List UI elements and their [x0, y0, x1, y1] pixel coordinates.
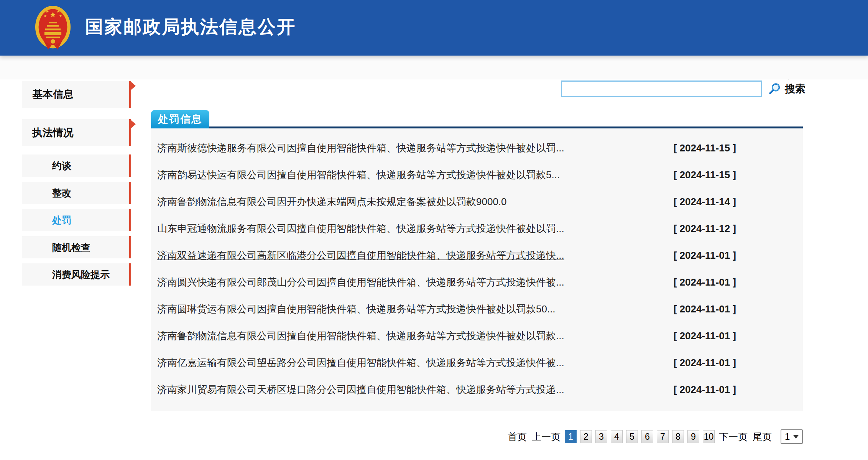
page-button[interactable]: 10 [703, 430, 715, 443]
page-jump-value: 1 [785, 431, 790, 442]
list-item: 济南家川贸易有限公司天桥区堤口路分公司因擅自使用智能快件箱、快递服务站等方式投递… [151, 376, 803, 403]
list-item-title-link[interactable]: 济南家川贸易有限公司天桥区堤口路分公司因擅自使用智能快件箱、快递服务站等方式投递… [157, 383, 564, 396]
page-button[interactable]: 3 [595, 430, 607, 443]
arrow-right-icon [130, 81, 136, 90]
list-item: 济南斯彼德快递服务有限公司因擅自使用智能快件箱、快递服务站等方式投递快件被处以罚… [151, 135, 803, 161]
sidebar-item[interactable]: 基本信息 [22, 81, 131, 108]
tab-bar: 处罚信息 [151, 110, 803, 128]
list-item-date: [ 2024-11-14 ] [674, 196, 736, 208]
list-item-date: [ 2024-11-01 ] [674, 276, 736, 288]
list-item: 济南鲁韵物流信息有限公司因擅自使用智能快件箱、快递服务站等方式投递快件被处以罚款… [151, 322, 803, 349]
list-item-date: [ 2024-11-01 ] [674, 330, 736, 342]
list-item-title-link[interactable]: 济南亿嘉运输有限公司望岳路分公司因擅自使用智能快件箱、快递服务站等方式投递快件被… [157, 356, 564, 370]
tab-penalty-info[interactable]: 处罚信息 [151, 110, 209, 128]
search-input[interactable] [561, 80, 762, 97]
site-header: 国家邮政局执法信息公开 [0, 0, 868, 56]
list-item-date: [ 2024-11-01 ] [674, 384, 736, 396]
magnifier-icon [768, 82, 782, 96]
list-item-date: [ 2024-11-01 ] [674, 357, 736, 369]
list-item-title-link[interactable]: 山东申冠通物流服务有限公司因擅自使用智能快件箱、快递服务站等方式投递快件被处以罚… [157, 222, 564, 235]
page-number-buttons: 12345678910 [565, 430, 715, 443]
list-item-title-link[interactable]: 济南圆琳货运有限公司因擅自使用智能快件箱、快递服务站等方式投递快件被处以罚款50… [157, 302, 556, 316]
penalty-list: 济南斯彼德快递服务有限公司因擅自使用智能快件箱、快递服务站等方式投递快件被处以罚… [151, 128, 803, 411]
list-item: 山东申冠通物流服务有限公司因擅自使用智能快件箱、快递服务站等方式投递快件被处以罚… [151, 215, 803, 242]
last-page-button[interactable]: 尾页 [752, 430, 773, 443]
national-emblem-logo [35, 5, 71, 51]
chevron-down-icon [793, 435, 799, 439]
page-button[interactable]: 2 [580, 430, 592, 443]
list-item-date: [ 2024-11-12 ] [674, 223, 736, 235]
page-button[interactable]: 8 [672, 430, 684, 443]
list-item: 济南鲁韵物流信息有限公司因开办快递末端网点未按规定备案被处以罚款9000.0[ … [151, 188, 803, 215]
list-item: 济南亿嘉运输有限公司望岳路分公司因擅自使用智能快件箱、快递服务站等方式投递快件被… [151, 349, 803, 376]
sidebar: 基本信息执法情况约谈整改处罚随机检查消费风险提示 [22, 81, 131, 291]
sidebar-item-label: 处罚 [52, 214, 71, 227]
first-page-button[interactable]: 首页 [507, 430, 528, 443]
list-item-title-link[interactable]: 济南韵易达快运有限公司因擅自使用智能快件箱、快递服务站等方式投递快件被处以罚款5… [157, 168, 560, 182]
sidebar-item[interactable]: 随机检查 [22, 236, 131, 258]
next-page-button[interactable]: 下一页 [718, 430, 748, 443]
list-item-title-link[interactable]: 济南圆兴快递有限公司郎茂山分公司因擅自使用智能快件箱、快递服务站等方式投递快件被… [157, 276, 564, 289]
content-panel: 处罚信息 济南斯彼德快递服务有限公司因擅自使用智能快件箱、快递服务站等方式投递快… [151, 110, 803, 411]
sidebar-item-label: 随机检查 [52, 241, 90, 254]
sidebar-item[interactable]: 整改 [22, 182, 131, 204]
list-item-date: [ 2024-11-15 ] [674, 142, 736, 154]
search-button-label: 搜索 [785, 82, 806, 96]
page-jump-select[interactable]: 1 [781, 429, 803, 444]
arrow-right-icon [130, 120, 136, 129]
list-item-title-link[interactable]: 济南鲁韵物流信息有限公司因擅自使用智能快件箱、快递服务站等方式投递快件被处以罚款… [157, 329, 564, 343]
page: 国家邮政局执法信息公开 基本信息执法情况约谈整改处罚随机检查消费风险提示 搜索 … [0, 0, 868, 460]
sidebar-item-active[interactable]: 处罚 [22, 209, 131, 231]
sidebar-item-label: 执法情况 [32, 126, 74, 140]
page-title: 国家邮政局执法信息公开 [85, 15, 296, 39]
sidebar-item[interactable]: 约谈 [22, 154, 131, 177]
sidebar-item[interactable]: 执法情况 [22, 119, 131, 146]
tab-label: 处罚信息 [158, 112, 202, 126]
list-item-date: [ 2024-11-01 ] [674, 303, 736, 315]
sidebar-item[interactable]: 消费风险提示 [22, 263, 131, 286]
page-button[interactable]: 6 [641, 430, 653, 443]
page-button[interactable]: 5 [626, 430, 638, 443]
list-item: 济南韵易达快运有限公司因擅自使用智能快件箱、快递服务站等方式投递快件被处以罚款5… [151, 161, 803, 188]
page-button[interactable]: 7 [657, 430, 669, 443]
prev-page-button[interactable]: 上一页 [531, 430, 561, 443]
sidebar-item-label: 整改 [52, 187, 71, 199]
list-item-date: [ 2024-11-01 ] [674, 250, 736, 261]
page-button-active[interactable]: 1 [565, 430, 577, 443]
list-item-title-link[interactable]: 济南鲁韵物流信息有限公司因开办快递末端网点未按规定备案被处以罚款9000.0 [157, 195, 507, 209]
list-item-date: [ 2024-11-15 ] [674, 169, 736, 181]
list-item: 济南双益速递有限公司高新区临港分公司因擅自使用智能快件箱、快递服务站等方式投递快… [151, 242, 803, 269]
search-button[interactable]: 搜索 [768, 81, 806, 97]
sidebar-item-label: 基本信息 [32, 87, 74, 101]
page-button[interactable]: 9 [687, 430, 699, 443]
list-item-title-link[interactable]: 济南斯彼德快递服务有限公司因擅自使用智能快件箱、快递服务站等方式投递快件被处以罚… [157, 141, 564, 155]
list-item-title-link[interactable]: 济南双益速递有限公司高新区临港分公司因擅自使用智能快件箱、快递服务站等方式投递快… [157, 249, 564, 262]
sidebar-item-label: 约谈 [52, 159, 71, 172]
list-item: 济南圆兴快递有限公司郎茂山分公司因擅自使用智能快件箱、快递服务站等方式投递快件被… [151, 269, 803, 296]
sidebar-item-label: 消费风险提示 [52, 268, 110, 281]
subheader-band [0, 56, 868, 79]
pagination: 首页 上一页 12345678910 下一页 尾页 1 [507, 429, 803, 444]
list-item: 济南圆琳货运有限公司因擅自使用智能快件箱、快递服务站等方式投递快件被处以罚款50… [151, 296, 803, 322]
page-button[interactable]: 4 [611, 430, 623, 443]
